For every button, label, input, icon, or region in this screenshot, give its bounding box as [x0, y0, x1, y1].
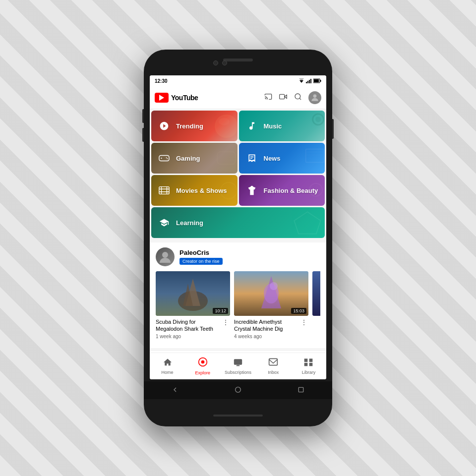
back-button[interactable]: [171, 386, 179, 395]
status-time: 12:30: [155, 78, 168, 84]
svg-rect-55: [309, 358, 313, 362]
svg-point-15: [215, 115, 237, 137]
video-1-duration: 10:12: [213, 308, 228, 314]
creator-badge: Creator on the rise: [179, 258, 223, 265]
inbox-icon: [268, 357, 278, 369]
library-label: Library: [302, 370, 316, 375]
recents-button[interactable]: [297, 386, 305, 395]
user-avatar[interactable]: [308, 91, 321, 104]
svg-rect-26: [250, 158, 252, 159]
creator-name: PaleoCris: [179, 249, 223, 256]
video-2-title: Incredible Amethyst Crystal Machine Dig: [234, 318, 299, 333]
nav-item-explore[interactable]: Explore: [185, 353, 220, 379]
svg-rect-27: [306, 149, 324, 163]
android-nav-buttons: [144, 381, 332, 399]
subscriptions-label: Subscriptions: [225, 370, 251, 375]
svg-rect-4: [309, 80, 310, 83]
svg-rect-5: [310, 79, 311, 83]
cast-icon[interactable]: [264, 93, 273, 103]
power-button[interactable]: [332, 119, 334, 139]
video-2-meta: 4 weeks ago: [234, 334, 299, 339]
creator-avatar: [156, 247, 175, 266]
svg-rect-56: [304, 363, 308, 366]
category-tile-learning[interactable]: Learning: [151, 207, 325, 238]
learning-label: Learning: [176, 219, 203, 227]
gaming-icon: [157, 151, 171, 165]
svg-rect-7: [320, 80, 321, 82]
vol-down-button[interactable]: [142, 128, 144, 142]
svg-rect-30: [159, 187, 169, 194]
wifi-icon: [298, 78, 304, 83]
svg-rect-2: [306, 82, 307, 83]
yt-icon-bg: [155, 93, 169, 103]
category-tile-gaming[interactable]: Gaming: [151, 143, 238, 174]
main-content: Trending Music: [150, 109, 326, 379]
speaker: [223, 59, 253, 61]
yt-logo-text: YouTube: [171, 94, 198, 102]
trending-label: Trending: [176, 122, 203, 130]
gaming-label: Gaming: [176, 155, 200, 162]
nav-item-home[interactable]: Home: [150, 353, 185, 379]
svg-point-23: [167, 158, 168, 159]
status-icons: [298, 78, 321, 83]
video-thumb-3: [312, 271, 320, 316]
news-icon: [245, 151, 259, 165]
svg-rect-3: [307, 81, 308, 83]
category-tile-music[interactable]: Music: [239, 111, 325, 141]
explore-icon: [198, 357, 208, 369]
trending-icon: [157, 119, 171, 133]
svg-rect-53: [269, 358, 278, 365]
movies-icon: [157, 183, 171, 197]
nav-item-inbox[interactable]: Inbox: [256, 353, 291, 379]
video-1-more[interactable]: ⋮: [221, 318, 230, 326]
video-1-info: Scuba Diving for Megalodon Shark Teeth 1…: [156, 318, 230, 339]
creator-header: PaleoCris Creator on the rise: [156, 247, 320, 266]
nav-item-library[interactable]: Library: [291, 353, 326, 379]
library-icon: [303, 357, 313, 369]
front-camera: [213, 60, 218, 65]
video-card-1[interactable]: 10:12 Scuba Diving for Megalodon Shark T…: [156, 271, 230, 339]
svg-rect-47: [312, 271, 320, 316]
bottom-nav: Home Explore: [150, 353, 326, 379]
news-bg: [276, 143, 325, 174]
news-label: News: [264, 155, 281, 162]
nav-item-subscriptions[interactable]: Subscriptions: [220, 353, 255, 379]
svg-point-49: [201, 360, 204, 364]
search-icon[interactable]: [294, 93, 302, 103]
video-1-meta: 1 week ago: [156, 334, 221, 339]
nav-icon-group: [264, 91, 321, 104]
movies-label: Movies & Shows: [176, 187, 227, 194]
music-icon: [245, 119, 259, 133]
category-tile-news[interactable]: News: [239, 143, 325, 174]
svg-marker-1: [299, 78, 304, 81]
home-label: Home: [162, 370, 174, 375]
video-2-duration: 15:03: [291, 308, 306, 314]
video-card-2[interactable]: 15:03 Incredible Amethyst Crystal Machin…: [234, 271, 308, 339]
subscriptions-icon: [233, 357, 243, 369]
category-tile-movies[interactable]: Movies & Shows: [151, 175, 238, 206]
phone-bottom-bar: [213, 415, 263, 416]
video-2-info: Incredible Amethyst Crystal Machine Dig …: [234, 318, 308, 339]
vol-up-button[interactable]: [142, 109, 144, 123]
category-grid: Trending Music: [150, 109, 326, 239]
creator-section: PaleoCris Creator on the rise: [150, 242, 326, 348]
category-tile-trending[interactable]: Trending: [151, 111, 238, 141]
video-thumb-1: 10:12: [156, 271, 230, 316]
category-tile-fashion[interactable]: Fashion & Beauty: [239, 175, 325, 206]
svg-rect-59: [298, 387, 303, 392]
fashion-icon: [245, 183, 259, 197]
home-button[interactable]: [234, 386, 242, 395]
video-1-text: Scuba Diving for Megalodon Shark Teeth 1…: [156, 318, 221, 339]
video-2-more[interactable]: ⋮: [299, 318, 308, 326]
video-thumb-2: 15:03: [234, 271, 308, 316]
learning-icon: [157, 216, 171, 230]
svg-marker-10: [285, 95, 287, 98]
video-camera-icon[interactable]: [279, 93, 288, 103]
status-bar: 12:30: [150, 75, 326, 86]
video-card-3[interactable]: [312, 271, 320, 339]
svg-rect-50: [234, 359, 242, 364]
svg-rect-19: [159, 156, 169, 161]
music-label: Music: [264, 122, 282, 130]
video-2-text: Incredible Amethyst Crystal Machine Dig …: [234, 318, 299, 339]
svg-line-13: [299, 98, 301, 100]
